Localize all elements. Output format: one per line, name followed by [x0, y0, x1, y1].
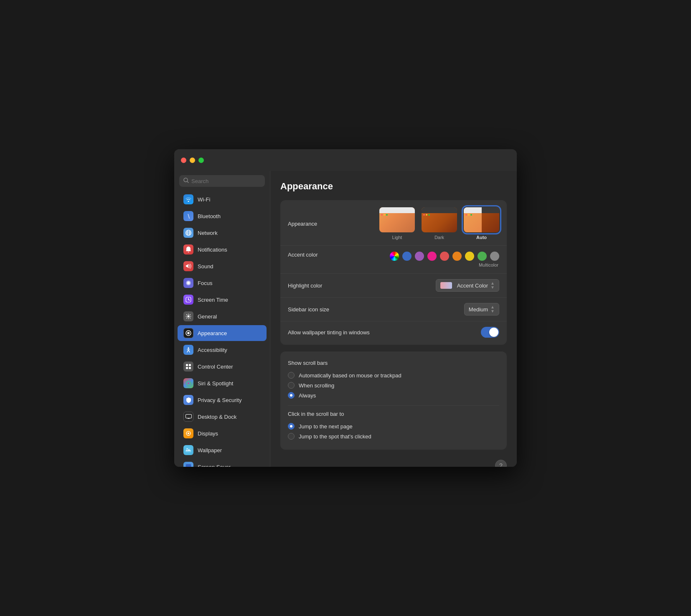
sidebar-item-bluetooth[interactable]: ∖ Bluetooth: [178, 208, 267, 224]
sidebar-item-notifications[interactable]: Notifications: [178, 242, 267, 257]
sidebar-item-appearance[interactable]: Appearance: [178, 325, 267, 341]
appearance-options: Light: [379, 207, 499, 240]
sidebar: Wi-Fi ∖ Bluetooth Net: [174, 171, 270, 467]
sidebar-item-label-wallpaper: Wallpaper: [198, 447, 222, 453]
appearance-option-light[interactable]: Light: [379, 207, 415, 240]
click-next-page-radio[interactable]: [288, 423, 295, 430]
appearance-row: Appearance: [280, 202, 507, 246]
sidebar-item-controlcenter[interactable]: Control Center: [178, 359, 267, 374]
search-container: [174, 171, 270, 191]
scroll-always-radio[interactable]: [288, 392, 295, 399]
click-spot-radio[interactable]: [288, 433, 295, 440]
sidebar-item-label-accessibility: Accessibility: [198, 347, 227, 353]
scroll-divider: [288, 405, 499, 406]
highlight-color-select[interactable]: Accent Color ▲ ▼: [436, 279, 499, 292]
accent-color-row: Accent color: [280, 246, 507, 274]
notifications-icon: [183, 244, 193, 255]
sidebar-item-label-privacy: Privacy & Security: [198, 397, 241, 403]
dark-decorations: [423, 214, 430, 216]
sidebar-item-label-siri: Siri & Spotlight: [198, 380, 233, 387]
close-button[interactable]: [181, 158, 186, 163]
accent-dot-graphite[interactable]: [490, 252, 499, 261]
appearance-row-label: Appearance: [288, 221, 363, 227]
sidebar-item-displays[interactable]: Displays: [178, 425, 267, 441]
sound-icon: [183, 261, 193, 271]
accent-color-control: Multicolor: [363, 252, 499, 267]
appearance-label-dark: Dark: [434, 235, 444, 240]
search-input[interactable]: [191, 178, 261, 184]
sidebar-icon-size-select[interactable]: Medium ▲ ▼: [464, 303, 499, 316]
sidebar-item-network[interactable]: Network: [178, 225, 267, 241]
click-next-page-option[interactable]: Jump to the next page: [288, 421, 499, 431]
focus-icon: [183, 278, 193, 288]
scroll-auto-radio[interactable]: [288, 372, 295, 379]
scroll-when-scrolling-option[interactable]: When scrolling: [288, 380, 499, 390]
wallpaper-tinting-toggle[interactable]: [481, 327, 499, 338]
help-button[interactable]: ?: [495, 460, 507, 467]
svg-rect-15: [186, 364, 188, 366]
scroll-auto-label: Automatically based on mouse or trackpad: [299, 372, 401, 379]
accent-dot-multicolor[interactable]: [390, 252, 399, 261]
content-area: Wi-Fi ∖ Bluetooth Net: [174, 171, 517, 467]
network-icon: [183, 228, 193, 238]
traffic-lights: [181, 158, 204, 163]
accent-dot-pink[interactable]: [427, 252, 437, 261]
accent-dot-green[interactable]: [478, 252, 487, 261]
accent-color-label: Accent color: [288, 252, 363, 258]
scroll-bars-card: Show scroll bars Automatically based on …: [280, 351, 507, 450]
accent-dot-orange[interactable]: [452, 252, 462, 261]
accent-dot-blue[interactable]: [402, 252, 412, 261]
appearance-thumb-dark: [422, 207, 457, 232]
click-scroll-bar-title: Click in the scroll bar to: [288, 411, 499, 417]
screentime-icon: [183, 295, 193, 305]
search-box[interactable]: [179, 175, 265, 187]
accent-dot-yellow[interactable]: [465, 252, 474, 261]
sidebar-item-sound[interactable]: Sound: [178, 258, 267, 274]
sidebar-item-label-desktop: Desktop & Dock: [198, 414, 236, 420]
click-spot-option[interactable]: Jump to the spot that's clicked: [288, 431, 499, 441]
scroll-always-option[interactable]: Always: [288, 390, 499, 400]
sidebar-item-wifi[interactable]: Wi-Fi: [178, 191, 267, 207]
highlight-color-label: Highlight color: [288, 283, 363, 289]
accent-color-dots: [390, 252, 499, 261]
svg-rect-16: [189, 364, 191, 366]
sidebar-item-focus[interactable]: Focus: [178, 275, 267, 291]
sidebar-item-siri[interactable]: Siri & Spotlight: [178, 375, 267, 391]
page-title: Appearance: [280, 181, 507, 192]
appearance-option-auto[interactable]: Auto: [464, 207, 499, 240]
appearance-thumb-light: [379, 207, 415, 232]
sidebar-item-general[interactable]: General: [178, 308, 267, 324]
svg-rect-18: [189, 367, 191, 369]
appearance-option-dark[interactable]: Dark: [422, 207, 457, 240]
sidebar-item-label-screentime: Screen Time: [198, 297, 228, 303]
maximize-button[interactable]: [198, 158, 204, 163]
sidebar-item-screentime[interactable]: Screen Time: [178, 292, 267, 308]
sidebar-item-wallpaper[interactable]: Wallpaper: [178, 442, 267, 458]
sidebar-item-screensaver[interactable]: Screen Saver: [178, 459, 267, 467]
svg-point-19: [186, 381, 191, 386]
desktop-icon: [183, 412, 193, 422]
svg-rect-17: [186, 367, 188, 369]
accent-dot-purple[interactable]: [415, 252, 424, 261]
displays-icon: [183, 428, 193, 438]
screensaver-icon: [183, 462, 193, 467]
highlight-color-value: Accent Color: [457, 283, 488, 289]
sidebar-item-desktop[interactable]: Desktop & Dock: [178, 409, 267, 425]
sidebar-item-privacy[interactable]: Privacy & Security: [178, 392, 267, 408]
minimize-button[interactable]: [190, 158, 195, 163]
multicolor-label: Multicolor: [479, 262, 499, 267]
sidebar-item-accessibility[interactable]: Accessibility: [178, 342, 267, 358]
scroll-scrolling-radio[interactable]: [288, 382, 295, 389]
svg-point-26: [187, 448, 188, 450]
accent-dot-red[interactable]: [440, 252, 449, 261]
show-scroll-bars-title: Show scroll bars: [288, 360, 499, 366]
help-area: ?: [280, 456, 507, 467]
scroll-auto-option[interactable]: Automatically based on mouse or trackpad: [288, 370, 499, 380]
svg-point-14: [188, 347, 189, 349]
sidebar-item-label-appearance: Appearance: [198, 330, 227, 336]
sidebar-icon-size-label: Sidebar icon size: [288, 306, 363, 313]
svg-line-10: [188, 300, 190, 300]
scroll-always-label: Always: [299, 392, 316, 399]
wallpaper-tinting-label: Allow wallpaper tinting in windows: [288, 329, 481, 336]
click-spot-label: Jump to the spot that's clicked: [299, 433, 371, 440]
